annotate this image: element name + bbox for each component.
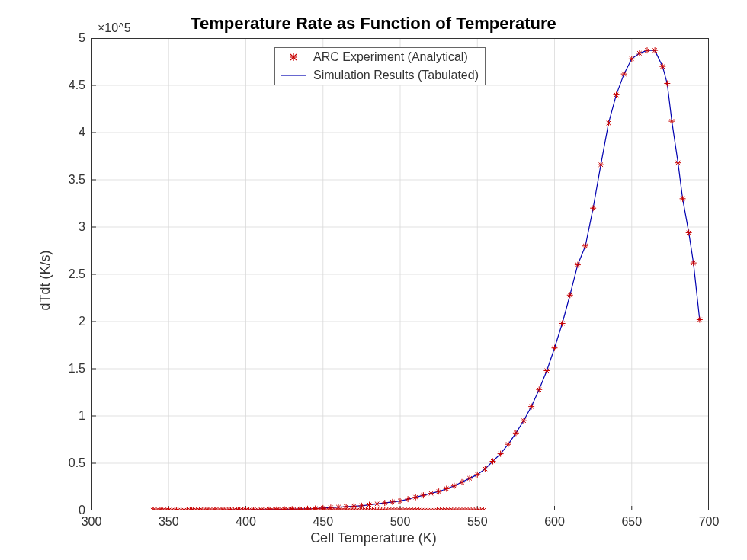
y-exponent-label: ×10^5 (98, 21, 131, 35)
y-axis-label: dTdt (K/s) (37, 250, 53, 310)
plot-area (91, 38, 709, 510)
x-tick-label: 400 (236, 515, 256, 529)
x-tick-label: 500 (390, 515, 411, 529)
legend-entry-0: ARC Experiment (Analytical) (275, 48, 485, 66)
y-tick-label: 1 (55, 409, 85, 423)
y-tick-label: 3.5 (55, 173, 85, 187)
legend-entry-1: Simulation Results (Tabulated) (275, 66, 485, 85)
y-tick-label: 2.5 (55, 267, 85, 281)
legend-label-0: ARC Experiment (Analytical) (313, 50, 468, 64)
x-tick-label: 650 (621, 515, 642, 529)
chart-figure: Temperature Rate as Function of Temperat… (0, 0, 747, 560)
y-tick-label: 0.5 (55, 456, 85, 470)
legend-marker-line (280, 69, 307, 82)
y-tick-label: 0 (55, 504, 85, 517)
x-tick-label: 700 (699, 515, 720, 529)
x-axis-label: Cell Temperature (K) (0, 530, 747, 546)
y-tick-label: 4.5 (55, 78, 85, 92)
legend-marker-asterisk (280, 51, 307, 63)
x-tick-label: 450 (313, 515, 333, 529)
y-tick-label: 3 (55, 220, 85, 234)
x-tick-label: 350 (159, 515, 179, 529)
y-tick-label: 4 (55, 126, 85, 139)
x-tick-label: 600 (544, 515, 565, 529)
legend: ARC Experiment (Analytical) Simulation R… (274, 47, 486, 85)
y-tick-label: 2 (55, 315, 85, 328)
y-tick-label: 1.5 (55, 362, 85, 376)
plot-svg (91, 38, 709, 510)
y-tick-label: 5 (55, 31, 85, 45)
series-line (153, 50, 700, 510)
legend-label-1: Simulation Results (Tabulated) (313, 69, 479, 82)
x-tick-label: 550 (467, 515, 488, 529)
